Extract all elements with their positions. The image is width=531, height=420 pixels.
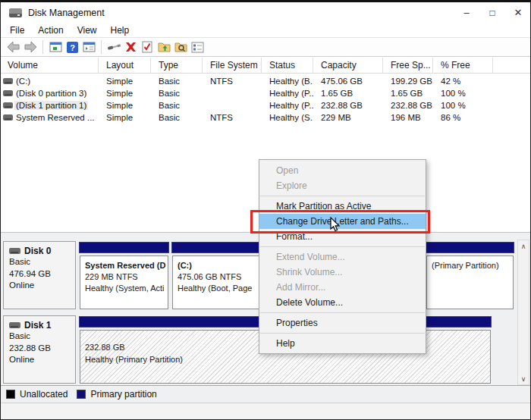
chevron-up-icon[interactable]: ∧ [518,240,529,252]
menu-item-shrink-volume: Shrink Volume... [259,265,426,280]
cell-capacity: 229 MB [313,111,383,124]
menu-separator [260,196,425,196]
column-header-layout[interactable]: Layout [99,58,151,74]
legend-label: Primary partition [90,389,156,400]
disk-icon [9,248,20,254]
context-menu: Open Explore Mark Partition as Active Ch… [259,159,426,354]
cell-layout: Simple [99,111,151,124]
list-window-icon[interactable] [80,39,97,55]
column-header-free-space[interactable]: Free Sp... [383,58,433,74]
disk-size: 476.94 GB [9,268,75,281]
toolbar: ? [0,37,531,57]
disk-kind: Basic [9,256,75,268]
check-document-icon[interactable] [139,39,156,55]
svg-text:?: ? [70,42,75,52]
folder-find-icon[interactable] [172,39,189,55]
help-icon[interactable]: ? [64,39,80,55]
menu-action[interactable]: Action [31,25,70,36]
disk1-info-box[interactable]: Disk 1 Basic 232.88 GB Online [3,315,76,384]
table-row[interactable]: (Disk 0 partition 3) Simple Basic Health… [0,87,531,99]
disk-management-app-icon [9,8,22,18]
menu-item-help[interactable]: Help [259,336,426,351]
status-bar [0,403,531,420]
primary-partition-band [79,242,169,253]
folder-up-icon[interactable] [156,39,172,55]
cell-fs [203,99,262,111]
cell-layout: Simple [99,87,151,99]
volume-icon [3,78,13,84]
cell-pct-free: 100 % [433,87,493,99]
menu-separator [260,246,425,247]
disk-status: Online [9,354,75,366]
window-title: Disk Management [28,8,105,18]
cell-type: Basic [151,111,203,124]
partition-status: Healthy (System, Acti [85,283,168,294]
delete-icon[interactable] [122,39,139,55]
cell-pct-free: 86 % [433,111,493,124]
chevron-down-icon[interactable]: ∨ [518,373,529,384]
menu-item-extend-volume: Extend Volume... [259,249,426,265]
table-row-selected[interactable]: (Disk 1 partition 1) Simple Basic Health… [0,99,531,111]
partition-title: System Reserved (D [85,260,168,271]
table-row[interactable]: (C:) Simple Basic NTFS Healthy (B... 475… [0,75,531,87]
column-header-file-system[interactable]: File System [203,58,262,74]
maximize-icon[interactable]: □ [479,2,505,23]
menu-item-properties[interactable]: Properties [259,315,426,331]
partition-disk0-3[interactable]: (Primary Partition) [426,242,514,309]
cell-layout: Simple [99,75,151,87]
disk-kind: Basic [9,331,75,343]
menu-item-explore: Explore [259,178,426,193]
disk-management-window: Disk Management – □ ✕ File Action View H… [0,0,531,420]
vertical-scrollbar[interactable]: ∧ ∨ [517,240,529,385]
menu-bar: File Action View Help [0,23,531,37]
disk-name: Disk 1 [24,320,51,331]
cell-fs: NTFS [203,111,262,124]
partition-size: 229 MB NTFS [85,271,168,283]
cell-capacity: 232.88 GB [313,99,383,111]
disk-status: Online [9,280,75,292]
properties-icon[interactable] [189,39,206,55]
column-header-type[interactable]: Type [151,58,203,74]
cell-capacity: 1.65 GB [313,87,383,99]
menu-help[interactable]: Help [104,25,137,36]
cell-fs [203,87,262,99]
legend-label: Unallocated [20,389,68,400]
minimize-icon[interactable]: – [454,2,479,23]
cell-type: Basic [151,87,203,99]
close-icon[interactable]: ✕ [505,2,531,23]
disk-size: 232.88 GB [9,343,75,355]
volume-name: (Disk 1 partition 1) [14,101,88,110]
cell-status: Healthy (P... [262,87,313,99]
column-header-pct-free[interactable]: % Free [433,58,493,74]
volume-icon [3,102,13,108]
cell-status: Healthy (B... [262,75,313,87]
title-bar: Disk Management – □ ✕ [0,2,531,23]
toolbar-separator [101,40,102,54]
volume-name: (C:) [16,77,30,86]
cell-free: 199.29 GB [383,75,433,87]
primary-partition-swatch [77,390,86,399]
mouse-cursor [329,217,341,233]
primary-partition-band [426,242,514,253]
table-row[interactable]: System Reserved ... Simple Basic NTFS He… [0,111,531,124]
menu-item-delete-volume[interactable]: Delete Volume... [259,295,426,310]
cell-free: 232.88 GB [383,99,433,111]
volume-icon [3,90,13,96]
volume-icon [3,114,13,121]
disk-icon [9,322,20,328]
partition-status: (Primary Partition) [432,260,513,271]
menu-separator [260,333,425,334]
disk0-info-box[interactable]: Disk 0 Basic 476.94 GB Online [3,241,76,309]
menu-file[interactable]: File [3,25,31,36]
column-header-capacity[interactable]: Capacity [313,58,383,74]
unallocated-swatch [6,390,15,399]
back-icon[interactable] [5,39,22,55]
cell-type: Basic [151,75,203,87]
menu-view[interactable]: View [71,25,104,36]
console-window-icon[interactable] [47,39,64,55]
partition-system-reserved[interactable]: System Reserved (D 229 MB NTFS Healthy (… [79,242,169,309]
column-header-volume[interactable]: Volume [0,58,99,74]
forward-icon[interactable] [22,39,39,55]
screwdriver-icon[interactable] [105,39,122,55]
column-header-status[interactable]: Status [262,58,313,74]
